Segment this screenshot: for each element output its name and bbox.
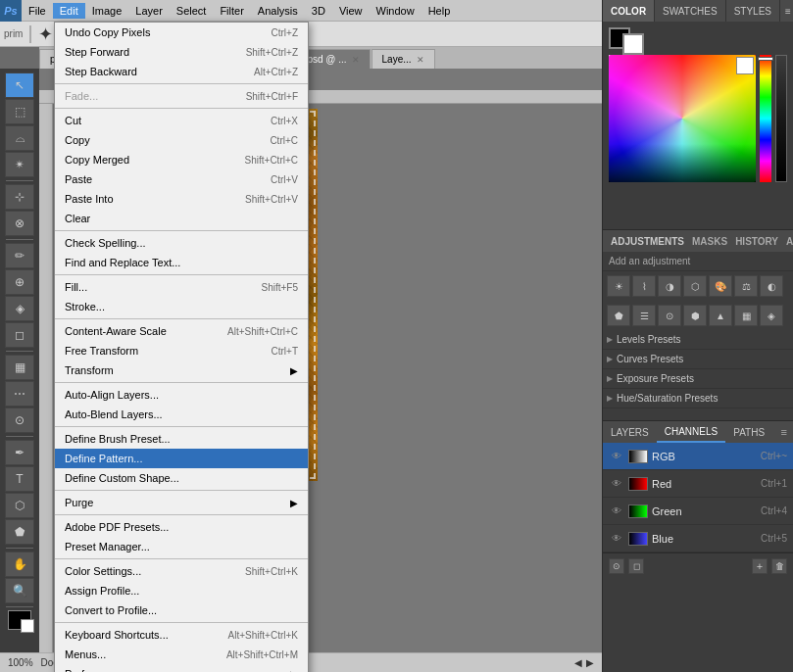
adj-chan-mix[interactable]: ☰ <box>632 305 656 326</box>
tool-zoom[interactable]: 🔍 <box>5 578 34 603</box>
menu-layer[interactable]: Layer <box>128 3 170 19</box>
channel-row-green[interactable]: 👁 Green Ctrl+4 <box>603 498 793 525</box>
adj-bw[interactable]: ◐ <box>760 275 783 297</box>
tool-dodge[interactable]: ⊙ <box>5 408 34 433</box>
menu-auto-align[interactable]: Auto-Align Layers... <box>55 385 308 405</box>
menu-step-forward[interactable]: Step Forward Shift+Ctrl+Z <box>55 42 308 62</box>
menu-fill[interactable]: Fill... Shift+F5 <box>55 277 308 297</box>
adj-tab-adjustments[interactable]: ADJUSTMENTS <box>611 236 684 247</box>
channel-row-rgb[interactable]: 👁 RGB Ctrl+~ <box>603 443 793 470</box>
adj-huesat[interactable]: 🎨 <box>709 275 732 297</box>
menu-fade[interactable]: Fade... Shift+Ctrl+F <box>55 86 308 106</box>
menu-select[interactable]: Select <box>170 3 214 19</box>
adj-tab-masks[interactable]: MASKS <box>692 236 727 247</box>
channel-load-btn[interactable]: ⊙ <box>609 558 624 574</box>
tab-moonman-close[interactable]: ✕ <box>352 55 360 65</box>
eye-green[interactable]: 👁 <box>609 504 624 519</box>
tab-layers[interactable]: LAYERS <box>603 421 657 443</box>
hue-slider[interactable] <box>760 55 771 182</box>
menu-transform[interactable]: Transform ▶ <box>55 360 308 380</box>
menu-define-custom-shape[interactable]: Define Custom Shape... <box>55 468 308 488</box>
adj-tab-actions[interactable]: ACTIONS <box>786 236 793 247</box>
menu-copy-merged[interactable]: Copy Merged Shift+Ctrl+C <box>55 150 308 169</box>
color-saturation-field[interactable] <box>609 55 756 182</box>
channel-save-btn[interactable]: ◻ <box>628 558 644 574</box>
opacity-slider[interactable] <box>775 55 787 182</box>
menu-clear[interactable]: Clear <box>55 209 308 228</box>
menu-auto-blend[interactable]: Auto-Blend Layers... <box>55 405 308 424</box>
menu-image[interactable]: Image <box>85 3 129 19</box>
channel-new-btn[interactable]: + <box>752 558 768 574</box>
menu-3d[interactable]: 3D <box>305 3 332 19</box>
tool-options-icon[interactable]: ✦ <box>38 24 53 45</box>
menu-file[interactable]: File <box>22 3 53 19</box>
menu-assign-profile[interactable]: Assign Profile... <box>55 581 308 600</box>
adj-invert[interactable]: ⊙ <box>658 305 681 326</box>
menu-check-spelling[interactable]: Check Spelling... <box>55 233 308 253</box>
canvas-next-btn[interactable]: ▶ <box>586 657 594 668</box>
tool-history[interactable]: ◈ <box>5 296 34 321</box>
preset-exposure[interactable]: ▶Exposure Presets <box>603 369 793 389</box>
tool-marquee[interactable]: ⬚ <box>5 99 34 124</box>
adj-brightness[interactable]: ☀ <box>607 275 630 297</box>
tool-move[interactable]: ↖ <box>5 72 34 98</box>
menu-view[interactable]: View <box>332 3 370 19</box>
menu-pdf-presets[interactable]: Adobe PDF Presets... <box>55 517 308 537</box>
tool-lasso[interactable]: ⌓ <box>5 125 34 151</box>
tool-hand[interactable]: ✋ <box>5 552 34 577</box>
tab-paths[interactable]: PATHS <box>725 421 772 443</box>
eye-blue[interactable]: 👁 <box>609 531 624 547</box>
tool-brush[interactable]: ✏ <box>5 243 34 268</box>
adj-poster[interactable]: ⬢ <box>683 305 707 326</box>
menu-color-settings[interactable]: Color Settings... Shift+Ctrl+K <box>55 561 308 581</box>
menu-edit[interactable]: Edit <box>53 3 85 19</box>
menu-preferences[interactable]: Preferences ▶ <box>55 664 308 672</box>
foreground-color[interactable] <box>8 610 31 630</box>
tool-pen[interactable]: ✒ <box>5 440 34 465</box>
channel-row-blue[interactable]: 👁 Blue Ctrl+5 <box>603 525 793 552</box>
menu-free-transform[interactable]: Free Transform Ctrl+T <box>55 341 308 360</box>
tool-text[interactable]: T <box>5 466 34 492</box>
preset-huesat[interactable]: ▶Hue/Saturation Presets <box>603 389 793 408</box>
panel-menu[interactable]: ≡ <box>780 6 793 17</box>
menu-filter[interactable]: Filter <box>213 3 250 19</box>
canvas-prev-btn[interactable]: ◀ <box>574 657 582 668</box>
menu-purge[interactable]: Purge ▶ <box>55 493 308 512</box>
background-color[interactable] <box>21 619 34 633</box>
tab-styles[interactable]: STYLES <box>726 0 780 22</box>
tool-eraser[interactable]: ◻ <box>5 322 34 348</box>
adj-exposure[interactable]: ◑ <box>658 275 681 297</box>
tab-color[interactable]: COLOR <box>603 0 655 22</box>
eye-rgb[interactable]: 👁 <box>609 449 624 464</box>
channels-menu[interactable]: ≡ <box>781 426 793 438</box>
tool-eyedropper[interactable]: ⊗ <box>5 211 34 236</box>
menu-define-brush[interactable]: Define Brush Preset... <box>55 429 308 449</box>
adj-photo[interactable]: ⬟ <box>607 305 630 326</box>
menu-keyboard-shortcuts[interactable]: Keyboard Shortcuts... Alt+Shift+Ctrl+K <box>55 625 308 645</box>
adj-selective[interactable]: ◈ <box>760 305 783 326</box>
menu-find-replace[interactable]: Find and Replace Text... <box>55 253 308 272</box>
tab-channels[interactable]: CHANNELS <box>657 421 725 443</box>
tool-gradient[interactable]: ▦ <box>5 355 34 380</box>
menu-window[interactable]: Window <box>370 3 421 19</box>
adj-colbal[interactable]: ⚖ <box>734 275 758 297</box>
adj-gradient-map[interactable]: ▦ <box>734 305 758 326</box>
tool-path-select[interactable]: ⬡ <box>5 493 34 518</box>
tool-magic-wand[interactable]: ✴ <box>5 152 34 177</box>
adj-curves[interactable]: ⌇ <box>632 275 656 297</box>
menu-copy[interactable]: Copy Ctrl+C <box>55 130 308 150</box>
bg-color-swatch[interactable] <box>622 33 644 55</box>
tool-crop[interactable]: ⊹ <box>5 184 34 210</box>
menu-step-backward[interactable]: Step Backward Alt+Ctrl+Z <box>55 62 308 81</box>
menu-convert-profile[interactable]: Convert to Profile... <box>55 600 308 620</box>
menu-content-aware-scale[interactable]: Content-Aware Scale Alt+Shift+Ctrl+C <box>55 321 308 341</box>
tool-blur[interactable]: ⋯ <box>5 381 34 407</box>
preset-curves[interactable]: ▶Curves Presets <box>603 350 793 369</box>
menu-paste-into[interactable]: Paste Into Shift+Ctrl+V <box>55 189 308 209</box>
menu-cut[interactable]: Cut Ctrl+X <box>55 111 308 130</box>
channel-delete-btn[interactable]: 🗑 <box>771 558 787 574</box>
adj-vibrance[interactable]: ⬡ <box>683 275 707 297</box>
adj-tab-history[interactable]: HISTORY <box>735 236 778 247</box>
menu-paste[interactable]: Paste Ctrl+V <box>55 169 308 189</box>
tool-shape[interactable]: ⬟ <box>5 519 34 545</box>
